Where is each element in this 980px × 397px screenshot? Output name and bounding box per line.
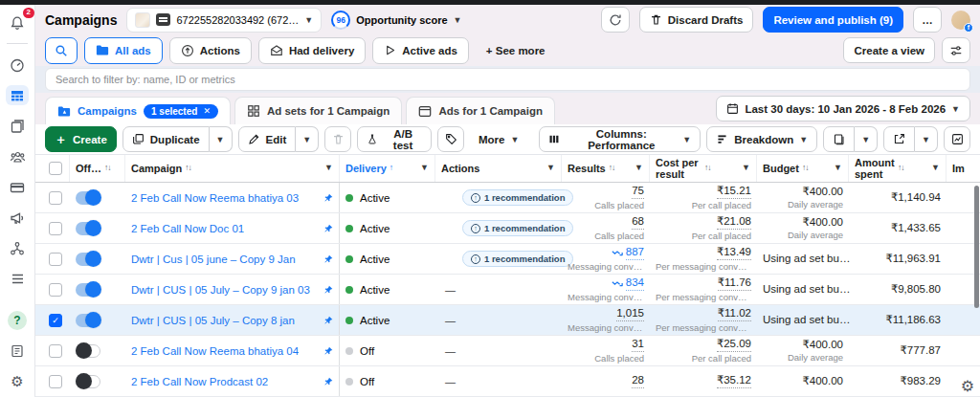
header-budget[interactable]: Budget↑↓▼ xyxy=(757,155,849,182)
filter-had-delivery[interactable]: Had delivery xyxy=(258,37,366,64)
account-overview-icon[interactable] xyxy=(6,55,29,75)
view-settings-sliders-icon[interactable] xyxy=(942,37,970,63)
campaigns-table-icon[interactable] xyxy=(6,85,29,105)
header-actions[interactable]: Actions▼ xyxy=(435,155,562,182)
opportunity-score[interactable]: 96 Opportunity score ▼ xyxy=(331,11,461,30)
chevron-down-icon[interactable]: ▼ xyxy=(546,164,555,173)
vertical-scrollbar[interactable] xyxy=(974,186,979,308)
header-off[interactable]: Off…↑↓ xyxy=(70,155,125,182)
more-button[interactable]: More▼ xyxy=(470,126,527,152)
campaign-toggle-on[interactable] xyxy=(76,222,100,235)
see-more-filters[interactable]: + See more xyxy=(476,37,556,64)
header-results[interactable]: Results↑↓▼ xyxy=(562,155,650,182)
campaign-toggle-off[interactable] xyxy=(76,344,100,358)
row-checkbox[interactable] xyxy=(49,375,62,388)
delete-button[interactable] xyxy=(324,126,351,152)
campaign-link[interactable]: 2 Feb Call Now Reema bhatiya 03 xyxy=(131,192,299,204)
export-dropdown[interactable]: ▼ xyxy=(915,126,938,152)
reports-dropdown[interactable]: ▼ xyxy=(855,126,878,152)
campaign-toggle-off[interactable] xyxy=(76,375,100,388)
table-row[interactable]: 2 Feb Call Now Reema bhatiya 03 Active ↑… xyxy=(35,183,980,213)
header-delivery[interactable]: Delivery↑▼ xyxy=(340,155,435,182)
discard-drafts-button[interactable]: Discard Drafts xyxy=(639,7,754,33)
campaign-toggle-on[interactable] xyxy=(76,253,100,266)
header-campaign[interactable]: Campaign↑↓▼ xyxy=(125,155,340,182)
search-filter-button[interactable] xyxy=(45,37,78,64)
row-checkbox[interactable] xyxy=(49,283,62,297)
create-a-view-button[interactable]: Create a view xyxy=(843,37,935,63)
chevron-down-icon[interactable]: ▼ xyxy=(420,164,429,173)
refresh-button[interactable] xyxy=(601,7,630,33)
help-icon[interactable]: ? xyxy=(6,310,29,330)
row-checkbox[interactable] xyxy=(49,344,62,358)
row-checkbox-checked[interactable]: ✓ xyxy=(49,314,62,327)
recommendation-badge[interactable]: ↑1 recommendation xyxy=(462,251,573,267)
more-options-button[interactable]: … xyxy=(913,7,942,33)
campaign-link[interactable]: 2 Feb Call Now Prodcast 02 xyxy=(131,376,268,387)
edit-dropdown[interactable]: ▼ xyxy=(296,126,319,152)
tab-ad-sets[interactable]: Ad sets for 1 Campaign xyxy=(234,97,402,124)
create-button[interactable]: ＋Create xyxy=(45,126,117,152)
chevron-down-icon[interactable]: ▼ xyxy=(635,164,643,173)
ads-reporting-icon[interactable] xyxy=(6,116,29,136)
notifications-bell-icon[interactable]: 2 xyxy=(6,12,29,33)
charts-button[interactable] xyxy=(944,126,970,152)
chevron-down-icon[interactable]: ▼ xyxy=(742,164,750,173)
assets-org-icon[interactable] xyxy=(6,238,29,258)
chevron-down-icon[interactable]: ▼ xyxy=(324,164,333,173)
billing-icon[interactable] xyxy=(6,177,29,197)
search-input[interactable] xyxy=(45,68,970,91)
table-row[interactable]: 2 Feb Call Now Doc 01 Active ↑1 recommen… xyxy=(35,213,980,244)
table-row-selected[interactable]: ✓ Dwtr | CUS | 05 July – Copy 8 jan Acti… xyxy=(35,305,980,336)
select-all-checkbox[interactable] xyxy=(49,162,62,175)
table-row[interactable]: 2 Feb Call Now Reema bhatiya 04 Off — 31… xyxy=(35,336,980,366)
updates-news-icon[interactable] xyxy=(6,341,29,361)
campaign-toggle-on[interactable] xyxy=(76,314,100,327)
clear-selection-icon[interactable]: ✕ xyxy=(203,106,211,116)
tag-button[interactable] xyxy=(437,126,464,152)
chevron-down-icon[interactable]: ▼ xyxy=(931,164,940,173)
header-amount-spent[interactable]: Amount spent↑↓▼ xyxy=(849,155,947,182)
recommendation-badge[interactable]: ↑1 recommendation xyxy=(462,189,573,206)
floating-settings-gear-icon[interactable]: ⚙ xyxy=(961,377,974,395)
audiences-icon[interactable] xyxy=(6,146,29,166)
settings-gear-icon[interactable]: ⚙ xyxy=(6,371,29,391)
reports-button[interactable] xyxy=(823,126,855,152)
row-checkbox[interactable] xyxy=(49,253,62,266)
export-button[interactable] xyxy=(883,126,915,152)
campaign-link[interactable]: 2 Feb Call Now Doc 01 xyxy=(131,223,244,234)
table-row[interactable]: Dwtr | Cus | 05 june – Copy 9 Jan Active… xyxy=(35,244,980,275)
tab-ads[interactable]: Ads for 1 Campaign xyxy=(406,97,555,124)
filter-actions[interactable]: Actions xyxy=(169,37,252,64)
duplicate-dropdown[interactable]: ▼ xyxy=(210,126,233,152)
chevron-down-icon[interactable]: ▼ xyxy=(834,164,842,173)
campaign-link[interactable]: Dwtr | CUS | 05 July – Copy 8 jan xyxy=(131,315,295,326)
campaign-link[interactable]: Dwtr | Cus | 05 june – Copy 9 Jan xyxy=(131,254,296,265)
campaign-toggle-on[interactable] xyxy=(76,191,100,205)
recommendation-badge[interactable]: ↑1 recommendation xyxy=(462,220,573,236)
duplicate-button[interactable]: Duplicate xyxy=(122,126,210,152)
row-checkbox[interactable] xyxy=(49,191,62,205)
filter-all-ads[interactable]: All ads xyxy=(84,37,163,64)
filter-active-ads[interactable]: Active ads xyxy=(372,37,469,64)
tab-campaigns[interactable]: Campaigns 1 selected✕ xyxy=(45,97,231,124)
campaign-toggle-on[interactable] xyxy=(76,283,100,297)
campaign-link[interactable]: 2 Feb Call Now Reema bhatiya 04 xyxy=(131,345,299,357)
avatar[interactable]: f xyxy=(951,11,970,30)
header-impressions[interactable]: Im xyxy=(947,155,980,182)
review-and-publish-button[interactable]: Review and publish (9) xyxy=(763,7,903,33)
edit-button[interactable]: Edit xyxy=(238,126,297,152)
row-checkbox[interactable] xyxy=(49,222,62,235)
header-cost-per-result[interactable]: Cost per result↑↓▼ xyxy=(650,155,757,182)
date-range-selector[interactable]: Last 30 days: 10 Jan 2026 - 8 Feb 2026 ▼ xyxy=(716,96,970,121)
table-row[interactable]: Dwtr | CUS | 05 July – Copy 9 jan 03 Act… xyxy=(35,275,980,305)
selected-count-badge[interactable]: 1 selected✕ xyxy=(144,104,218,119)
ab-test-button[interactable]: A/B test xyxy=(357,126,432,152)
campaign-link[interactable]: Dwtr | CUS | 05 July – Copy 9 jan 03 xyxy=(131,284,310,296)
breakdown-selector[interactable]: Breakdown▼ xyxy=(706,126,817,152)
all-tools-menu-icon[interactable] xyxy=(6,269,29,289)
columns-selector[interactable]: Columns: Performance▼ xyxy=(539,126,701,152)
ad-account-selector[interactable]: 672255282033492 (672… ▼ xyxy=(126,8,322,33)
table-row[interactable]: 2 Feb Call Now Prodcast 02 Off — 28 ₹35.… xyxy=(35,366,980,397)
marketing-megaphone-icon[interactable] xyxy=(6,208,29,228)
